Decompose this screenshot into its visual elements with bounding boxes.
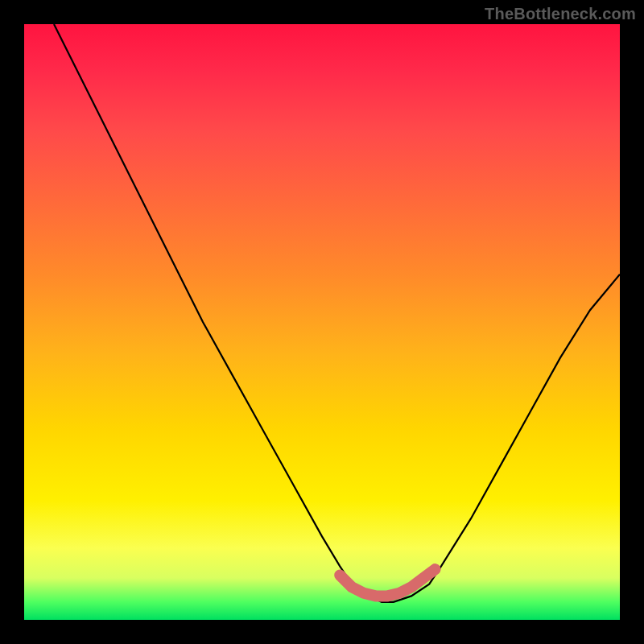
highlight-band	[340, 569, 435, 596]
chart-frame: TheBottleneck.com	[0, 0, 644, 644]
curve-svg	[24, 24, 620, 620]
bottleneck-curve	[54, 24, 620, 602]
watermark-text: TheBottleneck.com	[485, 5, 636, 23]
plot-area	[24, 24, 620, 620]
